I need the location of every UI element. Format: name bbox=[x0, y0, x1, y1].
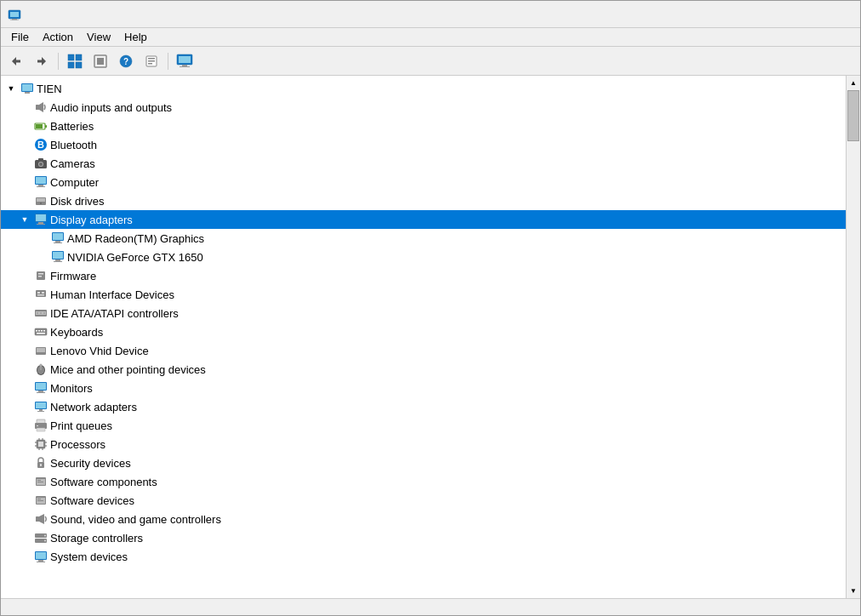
item-label: Network adapters bbox=[50, 401, 137, 414]
svg-rect-54 bbox=[53, 252, 63, 259]
tree-item[interactable]: Cameras bbox=[1, 154, 846, 173]
svg-rect-10 bbox=[68, 62, 74, 68]
tree-item[interactable]: Human Interface Devices bbox=[1, 285, 846, 304]
show-hidden-button[interactable] bbox=[88, 50, 112, 72]
tree-item[interactable]: System devices bbox=[1, 547, 846, 566]
tree-item[interactable]: Computer bbox=[1, 173, 846, 191]
expand-icon[interactable] bbox=[18, 269, 31, 282]
scroll-up-button[interactable]: ▲ bbox=[847, 76, 860, 90]
item-label: Bluetooth bbox=[50, 139, 97, 151]
scroll-down-button[interactable]: ▼ bbox=[847, 584, 860, 598]
expand-icon[interactable] bbox=[18, 175, 31, 189]
expand-icon[interactable] bbox=[18, 475, 31, 488]
app-icon bbox=[8, 8, 21, 21]
svg-rect-50 bbox=[53, 233, 63, 240]
expand-icon[interactable] bbox=[18, 325, 31, 339]
minimize-button[interactable] bbox=[736, 1, 775, 28]
scroll-track[interactable] bbox=[847, 90, 860, 584]
item-icon bbox=[34, 119, 48, 133]
tree-subitem[interactable]: AMD Radeon(TM) Graphics bbox=[1, 229, 846, 248]
svg-rect-71 bbox=[38, 330, 40, 332]
tree-root[interactable]: ▼ TIEN bbox=[1, 79, 846, 98]
tree-item[interactable]: Mice and other pointing devices bbox=[1, 360, 846, 379]
expand-icon[interactable] bbox=[18, 100, 31, 114]
tree-item[interactable]: Keyboards bbox=[1, 322, 846, 341]
expand-icon[interactable] bbox=[18, 306, 31, 320]
svg-point-118 bbox=[44, 540, 46, 542]
expand-icon[interactable] bbox=[18, 138, 31, 151]
tree-item[interactable]: ▼ Display adapters bbox=[1, 210, 846, 229]
expand-icon[interactable] bbox=[18, 550, 31, 563]
tree-item[interactable]: Lenovo Vhid Device bbox=[1, 341, 846, 360]
item-icon bbox=[34, 157, 48, 170]
expand-icon[interactable] bbox=[18, 493, 31, 507]
tree-item[interactable]: Monitors bbox=[1, 379, 846, 397]
tree-item[interactable]: Storage controllers bbox=[1, 528, 846, 547]
tree-item[interactable]: Print queues bbox=[1, 416, 846, 435]
tree-item[interactable]: Processors bbox=[1, 435, 846, 453]
expand-icon[interactable] bbox=[35, 231, 48, 245]
maximize-button[interactable] bbox=[775, 1, 814, 28]
tree-item[interactable]: B Bluetooth bbox=[1, 135, 846, 154]
expand-icon[interactable] bbox=[18, 119, 31, 133]
expand-icon[interactable] bbox=[18, 456, 31, 470]
tree-subitem[interactable]: NVIDIA GeForce GTX 1650 bbox=[1, 248, 846, 266]
help-button[interactable]: ? bbox=[114, 50, 138, 72]
tree-item[interactable]: Security devices bbox=[1, 453, 846, 472]
expand-icon[interactable] bbox=[18, 437, 31, 451]
close-button[interactable] bbox=[814, 1, 853, 28]
toolbar: ? bbox=[1, 47, 860, 76]
tree-item[interactable]: Software components bbox=[1, 472, 846, 491]
forward-button[interactable] bbox=[30, 50, 54, 72]
tree-item[interactable]: Software devices bbox=[1, 491, 846, 510]
expand-icon[interactable] bbox=[18, 400, 31, 414]
tree-item[interactable]: Sound, video and game controllers bbox=[1, 510, 846, 528]
expand-icon[interactable] bbox=[18, 362, 31, 376]
tree-item[interactable]: IDE ATA/ATAPI controllers bbox=[1, 304, 846, 322]
expand-icon[interactable] bbox=[18, 419, 31, 432]
root-expand-icon[interactable]: ▼ bbox=[4, 82, 18, 95]
tree-item[interactable]: Batteries bbox=[1, 117, 846, 135]
svg-point-44 bbox=[40, 202, 42, 204]
expand-icon[interactable]: ▼ bbox=[18, 213, 31, 226]
tree-item[interactable]: Network adapters bbox=[1, 397, 846, 416]
show-all-button[interactable] bbox=[63, 50, 87, 72]
tree-item[interactable]: Disk drives bbox=[1, 191, 846, 210]
svg-rect-104 bbox=[40, 464, 42, 466]
device-tree[interactable]: ▼ TIEN Audio inputs and outputs Batterie… bbox=[1, 76, 846, 598]
item-icon bbox=[34, 381, 48, 395]
svg-rect-107 bbox=[37, 480, 41, 481]
computer-button[interactable] bbox=[173, 50, 197, 72]
expand-icon[interactable] bbox=[18, 512, 31, 526]
item-label: Computer bbox=[50, 176, 99, 189]
menu-help[interactable]: Help bbox=[117, 29, 154, 45]
svg-rect-121 bbox=[38, 560, 43, 562]
content-area: ▼ TIEN Audio inputs and outputs Batterie… bbox=[1, 76, 860, 598]
expand-icon[interactable] bbox=[18, 344, 31, 357]
menu-file[interactable]: File bbox=[4, 29, 36, 45]
svg-rect-62 bbox=[42, 292, 44, 294]
menu-view[interactable]: View bbox=[80, 29, 117, 45]
toolbar-separator-2 bbox=[168, 53, 168, 70]
vertical-scrollbar[interactable]: ▲ ▼ bbox=[846, 76, 860, 598]
expand-icon[interactable] bbox=[18, 157, 31, 170]
item-icon bbox=[34, 269, 48, 282]
properties-button[interactable] bbox=[140, 50, 163, 72]
expand-icon[interactable] bbox=[35, 250, 48, 264]
tree-item[interactable]: Audio inputs and outputs bbox=[1, 98, 846, 117]
menu-action[interactable]: Action bbox=[36, 29, 80, 45]
expand-icon[interactable] bbox=[18, 381, 31, 395]
expand-icon[interactable] bbox=[18, 531, 31, 545]
back-button[interactable] bbox=[4, 50, 28, 72]
svg-rect-30 bbox=[45, 125, 47, 128]
expand-icon[interactable] bbox=[18, 288, 31, 301]
svg-marker-114 bbox=[39, 514, 44, 524]
tree-item[interactable]: Firmware bbox=[1, 266, 846, 285]
svg-rect-23 bbox=[180, 66, 190, 67]
statusbar bbox=[1, 598, 860, 615]
root-icon bbox=[20, 82, 34, 95]
scroll-thumb[interactable] bbox=[847, 90, 859, 141]
expand-icon[interactable] bbox=[18, 194, 31, 208]
svg-rect-74 bbox=[37, 333, 45, 334]
svg-point-68 bbox=[43, 312, 45, 314]
